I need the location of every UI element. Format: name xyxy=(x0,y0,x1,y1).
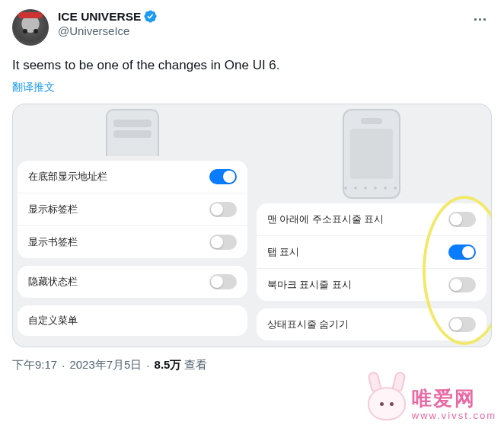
toggle-switch[interactable] xyxy=(209,274,237,289)
row-label: 북마크 표시줄 표시 xyxy=(267,279,352,292)
user-handle[interactable]: @UniverseIce xyxy=(58,24,470,37)
toggle-switch[interactable] xyxy=(448,277,476,292)
settings-group: 在底部显示地址栏 显示标签栏 显示书签栏 xyxy=(18,161,247,258)
settings-row[interactable]: 북마크 표시줄 표시 xyxy=(257,268,486,301)
toggle-switch[interactable] xyxy=(209,202,237,217)
translate-link[interactable]: 翻译推文 xyxy=(12,81,492,94)
settings-row[interactable]: 显示标签栏 xyxy=(18,193,247,225)
separator: · xyxy=(145,359,151,372)
row-label: 탭 표시 xyxy=(267,246,299,259)
settings-group: 自定义菜单 xyxy=(18,305,247,336)
watermark: 唯爱网 www.vivst.com xyxy=(366,375,496,420)
toggle-switch[interactable] xyxy=(209,235,237,250)
verified-badge-icon xyxy=(143,9,158,24)
views-label: 查看 xyxy=(184,358,207,372)
watermark-text: 唯爱网 xyxy=(412,389,496,409)
row-label: 맨 아래에 주소표시줄 표시 xyxy=(267,213,384,226)
settings-row[interactable]: 隐藏状态栏 xyxy=(18,266,247,298)
embedded-image[interactable]: 在底部显示地址栏 显示标签栏 显示书签栏 隐藏状态栏 xyxy=(12,104,492,347)
bunny-icon xyxy=(366,375,407,420)
tweet-text: It seems to be one of the changes in One… xyxy=(12,56,492,75)
separator: · xyxy=(60,359,66,372)
toggle-switch[interactable] xyxy=(209,169,237,184)
settings-row[interactable]: 맨 아래에 주소표시줄 표시 xyxy=(257,203,486,235)
settings-row[interactable]: 在底部显示地址栏 xyxy=(18,161,247,193)
toggle-switch[interactable] xyxy=(448,212,476,227)
row-label: 隐藏状态栏 xyxy=(28,275,78,289)
display-name[interactable]: ICE UNIVERSE xyxy=(58,10,141,24)
tweet-meta: 下午9:17 · 2023年7月5日 · 8.5万 查看 xyxy=(12,358,492,372)
watermark-url: www.vivst.com xyxy=(412,411,496,420)
avatar[interactable] xyxy=(12,9,49,46)
tweet-date[interactable]: 2023年7月5日 xyxy=(69,358,142,372)
settings-row[interactable]: 탭 표시 xyxy=(257,235,486,268)
settings-panel-left: 在底部显示地址栏 显示标签栏 显示书签栏 隐藏状态栏 xyxy=(13,104,252,347)
row-label: 显示书签栏 xyxy=(28,235,78,249)
tweet-time[interactable]: 下午9:17 xyxy=(12,358,57,372)
phone-mock-icon xyxy=(106,109,159,156)
settings-row[interactable]: 显示书签栏 xyxy=(18,225,247,258)
toggle-switch[interactable] xyxy=(448,317,476,332)
settings-group: 맨 아래에 주소표시줄 표시 탭 표시 북마크 표시줄 표시 xyxy=(257,203,486,301)
settings-panel-right: ● ● ● ● ● ● 맨 아래에 주소표시줄 표시 탭 표시 북마크 표시줄 … xyxy=(252,104,491,347)
tweet-header: ICE UNIVERSE @UniverseIce … xyxy=(12,9,492,46)
views-count: 8.5万 xyxy=(155,358,182,372)
tweet-container: ICE UNIVERSE @UniverseIce … It seems to … xyxy=(0,0,504,382)
row-label: 显示标签栏 xyxy=(28,203,78,216)
settings-group: 상태표시줄 숨기기 xyxy=(257,308,486,340)
more-button[interactable]: … xyxy=(470,9,492,23)
row-label: 상태표시줄 숨기기 xyxy=(267,318,349,331)
settings-row[interactable]: 自定义菜单 xyxy=(18,305,247,336)
user-names: ICE UNIVERSE @UniverseIce xyxy=(58,9,470,37)
toggle-switch[interactable] xyxy=(448,244,476,260)
row-label: 在底部显示地址栏 xyxy=(28,170,107,184)
row-label: 自定义菜单 xyxy=(28,314,78,328)
settings-group: 隐藏状态栏 xyxy=(18,266,247,298)
phone-mock-icon: ● ● ● ● ● ● xyxy=(343,109,400,199)
settings-row[interactable]: 상태표시줄 숨기기 xyxy=(257,308,486,340)
